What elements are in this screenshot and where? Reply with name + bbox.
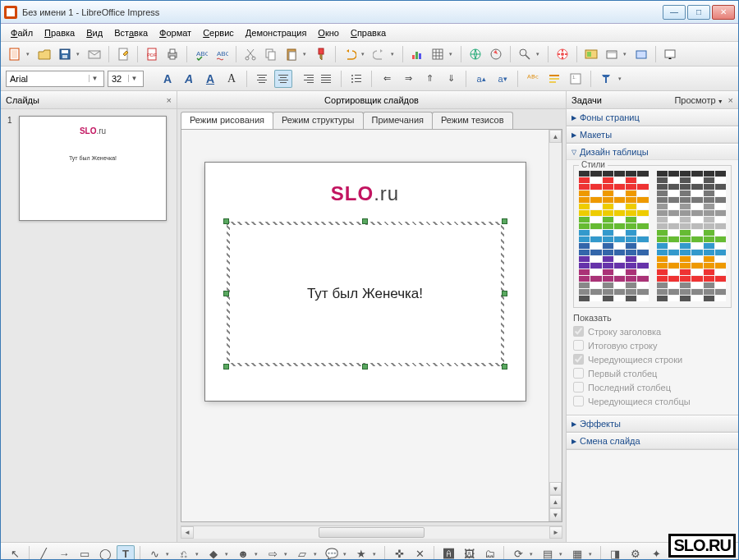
move-down-button[interactable]: ⇓ <box>442 70 460 88</box>
align-justify-button[interactable] <box>317 70 335 88</box>
table-styles-grid[interactable] <box>579 171 726 302</box>
resize-handle[interactable] <box>362 364 368 370</box>
stars-icon[interactable]: ★ <box>352 545 370 561</box>
canvas-scroll[interactable]: SLO.ru Тут был Женечка! <box>181 130 549 521</box>
interaction-icon[interactable]: ⚙ <box>627 545 645 561</box>
resize-handle[interactable] <box>502 218 507 224</box>
text-frame[interactable]: Тут был Женечка! <box>225 220 506 368</box>
align-icon[interactable]: ▤ <box>539 545 557 561</box>
edit-doc-icon[interactable] <box>114 45 132 63</box>
vertical-scrollbar[interactable]: ▲▼▲▼ <box>549 130 562 521</box>
tab-Режим тезисов[interactable]: Режим тезисов <box>432 112 513 129</box>
close-icon[interactable]: × <box>167 95 172 105</box>
check-Итоговую строку[interactable]: Итоговую строку <box>573 340 732 351</box>
slide-title[interactable]: SLO.ru <box>225 182 506 205</box>
table-icon[interactable] <box>429 45 447 63</box>
paste-icon[interactable] <box>282 45 301 63</box>
basic-shapes-icon[interactable]: ◆ <box>204 545 223 561</box>
horizontal-scrollbar[interactable]: ◄► <box>181 526 562 539</box>
resize-handle[interactable] <box>223 364 229 370</box>
auto-spellcheck-icon[interactable]: ABC <box>213 45 231 63</box>
rotate-icon[interactable]: ⟳ <box>509 545 527 561</box>
presentation-icon[interactable] <box>661 45 679 63</box>
navigator-icon[interactable] <box>487 45 505 63</box>
slide-canvas[interactable]: SLO.ru Тут был Женечка! <box>205 163 526 401</box>
slide-layout-icon[interactable] <box>603 45 621 63</box>
symbol-shapes-icon[interactable]: ☻ <box>234 545 252 561</box>
font-size-combo[interactable]: 32▼ <box>108 71 144 87</box>
close-button[interactable]: ✕ <box>712 5 735 20</box>
check-Строку заголовка[interactable]: Строку заголовка <box>573 326 732 337</box>
mail-icon[interactable] <box>85 45 103 63</box>
from-file-icon[interactable]: 🖼 <box>460 545 478 561</box>
line-tool-icon[interactable]: ╱ <box>34 545 53 561</box>
curve-tool-icon[interactable]: ∿ <box>145 545 163 561</box>
redo-icon[interactable] <box>370 45 388 63</box>
menu-Справка[interactable]: Справка <box>346 26 391 39</box>
para-dialog-button[interactable] <box>545 70 563 88</box>
underline-button[interactable]: A <box>201 70 219 88</box>
select-tool-icon[interactable]: ↖ <box>6 545 24 561</box>
minimize-button[interactable]: — <box>663 5 686 20</box>
gallery-icon[interactable]: 🗂 <box>480 545 498 561</box>
open-icon[interactable] <box>35 45 53 63</box>
points-tool-icon[interactable]: ✜ <box>390 545 408 561</box>
resize-handle[interactable] <box>223 218 229 224</box>
section-transition[interactable]: ▶Смена слайда <box>567 433 738 449</box>
view-menu[interactable]: Просмотр▼ <box>674 95 723 105</box>
superscript-button[interactable]: a▴ <box>472 70 490 88</box>
ellipse-tool-icon[interactable]: ◯ <box>96 545 114 561</box>
new-doc-icon[interactable] <box>6 45 24 63</box>
resize-handle[interactable] <box>362 218 368 224</box>
export-pdf-icon[interactable]: PDF <box>143 45 161 63</box>
print-icon[interactable] <box>163 45 181 63</box>
align-left-button[interactable] <box>253 70 271 88</box>
numbering-dialog-button[interactable]: 1. <box>567 70 585 88</box>
text-tool-icon[interactable]: T <box>117 545 135 561</box>
resize-handle[interactable] <box>223 291 229 296</box>
align-center-button[interactable] <box>274 70 292 88</box>
arrange-icon[interactable]: ▦ <box>568 545 586 561</box>
align-right-button[interactable] <box>296 70 314 88</box>
font-color-button[interactable]: A <box>223 70 241 88</box>
copy-icon[interactable] <box>262 45 280 63</box>
resize-handle[interactable] <box>502 291 507 296</box>
slide-body-text[interactable]: Тут был Женечка! <box>307 286 423 302</box>
bold-button[interactable]: A <box>158 70 177 88</box>
fontwork-icon[interactable]: 🅰 <box>439 545 457 561</box>
check-Первый столбец[interactable]: Первый столбец <box>573 368 732 379</box>
tab-Режим рисования[interactable]: Режим рисования <box>181 112 273 129</box>
zoom-icon[interactable] <box>516 45 534 63</box>
close-icon[interactable]: × <box>728 95 733 105</box>
maximize-button[interactable]: □ <box>687 5 710 20</box>
menu-Файл[interactable]: Файл <box>6 26 38 39</box>
menu-Правка[interactable]: Правка <box>39 26 80 39</box>
demote-button[interactable]: ⇒ <box>399 70 417 88</box>
slide-thumbnail[interactable]: 1 SLO.ru Тут был Женечка! <box>7 116 170 221</box>
promote-button[interactable]: ⇐ <box>378 70 396 88</box>
tab-Режим структуры[interactable]: Режим структуры <box>273 112 364 129</box>
font-name-combo[interactable]: Arial▼ <box>6 71 104 87</box>
hyperlink-icon[interactable] <box>466 45 484 63</box>
section-layouts[interactable]: ▶Макеты <box>567 126 738 143</box>
section-effects[interactable]: ▶Эффекты <box>567 415 738 432</box>
check-Чередующиеся строки[interactable]: Чередующиеся строки <box>573 354 732 365</box>
menu-Демонстрация[interactable]: Демонстрация <box>241 26 312 39</box>
rect-tool-icon[interactable]: ▭ <box>76 545 94 561</box>
slide-design-icon[interactable] <box>632 45 650 63</box>
menu-Окно[interactable]: Окно <box>313 26 344 39</box>
char-dialog-button[interactable]: ᴬᴮᶜ <box>524 70 542 88</box>
flowchart-icon[interactable]: ▱ <box>293 545 311 561</box>
format-paintbrush-icon[interactable] <box>312 45 330 63</box>
cut-icon[interactable] <box>241 45 259 63</box>
menu-Вставка[interactable]: Вставка <box>109 26 153 39</box>
chart-icon[interactable] <box>408 45 426 63</box>
move-up-button[interactable]: ⇑ <box>420 70 438 88</box>
menu-Сервис[interactable]: Сервис <box>198 26 239 39</box>
resize-handle[interactable] <box>502 364 507 370</box>
section-table-design[interactable]: ▽Дизайн таблицы <box>567 144 738 160</box>
italic-button[interactable]: A <box>180 70 198 88</box>
animation-icon[interactable]: ✦ <box>647 545 665 561</box>
arrow-tool-icon[interactable]: → <box>55 545 73 561</box>
check-Чередующиеся столбцы[interactable]: Чередующиеся столбцы <box>573 396 732 406</box>
